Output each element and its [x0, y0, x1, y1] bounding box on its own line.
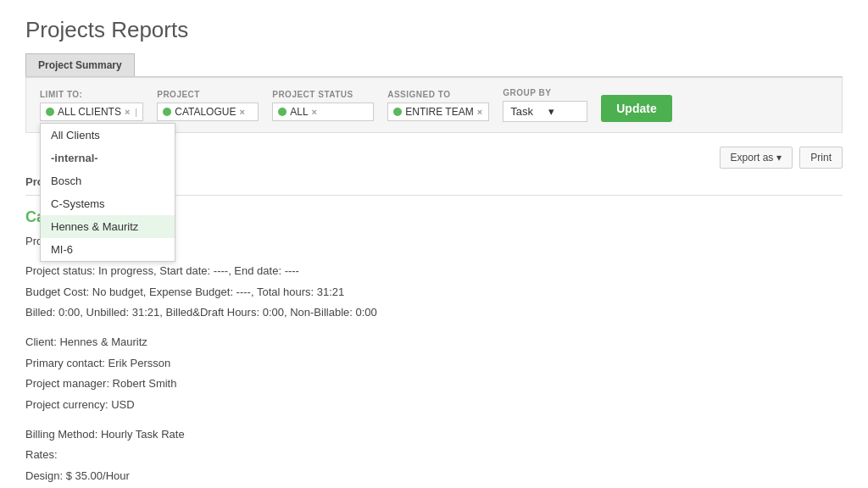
- project-status-tag: ALL: [290, 106, 308, 118]
- group-by-chevron-icon: ▾: [548, 105, 580, 118]
- limit-to-close-icon[interactable]: ×: [125, 107, 130, 117]
- assigned-to-tag: ENTIRE TEAM: [405, 106, 473, 118]
- dropdown-mi6[interactable]: MI-6: [41, 238, 175, 261]
- project-filter-group: PROJECT CATALOGUE ×: [157, 90, 259, 121]
- project-billed-line: Billed: 0:00, Unbilled: 31:21, Billed&Dr…: [25, 302, 843, 324]
- page-title: Projects Reports: [25, 17, 843, 43]
- project-close-icon[interactable]: ×: [239, 107, 244, 117]
- limit-to-tag: ALL CLIENTS: [58, 106, 121, 118]
- project-status-filter-group: PROJECT STATUS ALL ×: [272, 90, 374, 121]
- project-status-line: Project status: In progress, Start date:…: [25, 261, 843, 282]
- dropdown-hennes[interactable]: Hennes & Mauritz: [41, 215, 175, 238]
- project-status-dot: [278, 108, 287, 116]
- project-rates-label: Rates:: [25, 445, 843, 466]
- update-button[interactable]: Update: [601, 95, 671, 122]
- limit-to-tag-container[interactable]: ALL CLIENTS × |: [40, 103, 143, 121]
- project-tag: CATALOGUE: [175, 106, 236, 118]
- page-container: Projects Reports Project Summary LIMIT T…: [0, 0, 868, 488]
- assigned-to-tag-container[interactable]: ENTIRE TEAM ×: [387, 103, 489, 121]
- limit-to-cursor: |: [135, 107, 137, 117]
- project-status-close-icon[interactable]: ×: [312, 107, 317, 117]
- assigned-to-close-icon[interactable]: ×: [477, 107, 482, 117]
- assigned-to-filter-group: ASSIGNED TO ENTIRE TEAM ×: [387, 90, 489, 121]
- project-client-line: Client: Hennes & Mauritz: [25, 332, 843, 353]
- dropdown-csystems[interactable]: C-Systems: [41, 192, 175, 215]
- print-button[interactable]: Print: [799, 147, 843, 169]
- project-dot: [163, 108, 171, 116]
- tab-project-summary[interactable]: Project Summary: [25, 53, 135, 76]
- export-label: Export as: [731, 152, 774, 164]
- limit-to-dropdown[interactable]: All Clients -internal- Bosch C-Systems H…: [40, 123, 175, 262]
- limit-to-dot: [46, 108, 54, 116]
- project-billing-method-line: Billing Method: Hourly Task Rate: [25, 424, 843, 446]
- limit-to-filter-group: LIMIT TO: ALL CLIENTS × | All Clients -i…: [40, 90, 143, 121]
- limit-to-label: LIMIT TO:: [40, 90, 143, 99]
- export-chevron-icon: ▾: [776, 152, 782, 164]
- assigned-to-label: ASSIGNED TO: [387, 90, 489, 99]
- project-tag-container[interactable]: CATALOGUE ×: [157, 103, 259, 121]
- group-by-label: GROUP BY: [503, 88, 587, 97]
- assigned-to-dot: [393, 108, 402, 116]
- group-by-filter-group: GROUP BY Task ▾: [503, 88, 587, 122]
- dropdown-all-clients[interactable]: All Clients: [41, 124, 175, 147]
- filter-bar: LIMIT TO: ALL CLIENTS × | All Clients -i…: [25, 77, 843, 133]
- project-label: PROJECT: [157, 90, 259, 99]
- project-contact-line: Primary contact: Erik Persson: [25, 353, 843, 374]
- project-currency-line: Project currency: USD: [25, 395, 843, 416]
- dropdown-bosch[interactable]: Bosch: [41, 169, 175, 192]
- project-rate-design: Design: $ 35.00/Hour: [25, 466, 843, 487]
- group-by-select[interactable]: Task ▾: [503, 101, 587, 122]
- project-manager-line: Project manager: Robert Smith: [25, 374, 843, 395]
- export-button[interactable]: Export as ▾: [720, 147, 793, 169]
- project-status-label: PROJECT STATUS: [272, 90, 374, 99]
- group-by-value: Task: [510, 105, 542, 118]
- project-status-tag-container[interactable]: ALL ×: [272, 103, 374, 121]
- project-budget-line: Budget Cost: No budget, Expense Budget: …: [25, 282, 843, 303]
- dropdown-internal[interactable]: -internal-: [41, 147, 175, 169]
- tab-bar: Project Summary: [25, 53, 843, 77]
